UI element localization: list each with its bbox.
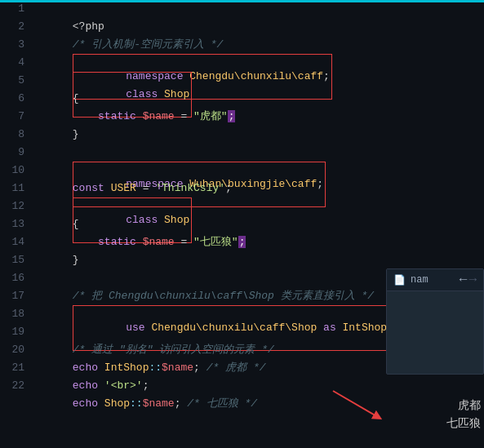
popup-nav[interactable]: ← →: [460, 273, 477, 287]
arrow-svg: [329, 383, 394, 432]
annotation-line1: 虎都: [446, 396, 481, 414]
code-line-7: }: [31, 108, 484, 126]
annotation-text: 虎都 七匹狼: [446, 396, 481, 432]
svg-line-1: [333, 391, 378, 417]
code-line-9: namespace Wuhan\buxingjie\caff;: [31, 144, 484, 162]
code-line-4: class Shop: [31, 54, 484, 72]
code-line-8: [31, 126, 484, 144]
code-line-1: <?php: [31, 0, 484, 18]
code-line-2: /* 引入机制-空间元素引入 */: [31, 18, 484, 36]
code-line-14: }: [31, 233, 484, 251]
code-line-5: {: [31, 72, 484, 90]
popup-panel: 📄 nam ← →: [386, 268, 484, 375]
code-line-15: [31, 251, 484, 269]
code-line-10: const USER = 'ThinkCsly';: [31, 162, 484, 180]
file-icon: 📄: [393, 274, 406, 286]
popup-header: 📄 nam ← →: [387, 269, 483, 291]
line-numbers: 1 2 3 4 5 6 7 8 9 10 11 12 13 14 15 16 1…: [0, 0, 31, 448]
code-line-6: static $name = "虎都";: [31, 90, 484, 108]
nav-left[interactable]: ←: [460, 273, 468, 287]
code-line-3: namespace Chengdu\chunxilu\caff;: [31, 36, 484, 54]
annotation-line2: 七匹狼: [446, 414, 481, 432]
code-line-12: {: [31, 197, 484, 215]
code-line-13: static $name = "七匹狼";: [31, 215, 484, 233]
popup-filename: nam: [411, 274, 428, 286]
code-line-11: class Shop: [31, 180, 484, 197]
nav-right[interactable]: →: [468, 273, 477, 287]
annotation-area: 虎都 七匹狼: [321, 366, 484, 448]
